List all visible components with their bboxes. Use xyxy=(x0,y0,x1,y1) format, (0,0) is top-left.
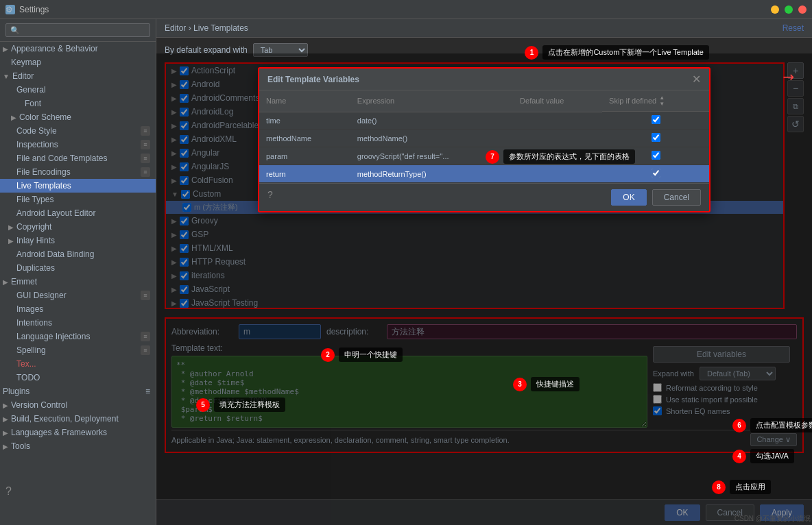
sidebar-item-intentions[interactable]: Intentions xyxy=(0,316,156,330)
modal-close-button[interactable]: ✕ xyxy=(692,73,701,86)
modal-body: Name Expression Default value Skip if de… xyxy=(259,90,709,183)
sidebar-item-label: Tex... xyxy=(16,359,150,369)
annotation-circle: 7 xyxy=(486,150,499,164)
app-icon: ⚙ xyxy=(5,5,15,14)
table-header-row: Name Expression Default value Skip if de… xyxy=(259,90,709,112)
annotation-circle: 1 xyxy=(525,46,538,60)
breadcrumb-parent: Editor xyxy=(165,23,186,33)
sidebar-item-android-data-binding[interactable]: Android Data Binding xyxy=(0,247,156,261)
sidebar-item-file-types[interactable]: File Types xyxy=(0,193,156,206)
sidebar-item-language-injections[interactable]: Language Injections ≡ xyxy=(0,330,156,343)
modal-cancel-button[interactable]: Cancel xyxy=(652,189,701,206)
sidebar-item-label: Plugins xyxy=(3,387,29,396)
sidebar-item-label: Build, Execution, Deployment xyxy=(11,414,119,424)
var-expression: methodName() xyxy=(350,130,513,147)
sidebar-item-keymap[interactable]: Keymap xyxy=(0,56,156,69)
sidebar-item-label: Android Data Binding xyxy=(16,249,150,259)
expand-arrow-icon: ▶ xyxy=(3,45,8,53)
window-controls xyxy=(771,5,807,14)
annotation-2: 2 申明一个快捷键 xyxy=(321,347,403,362)
col-skip: Skip if defined ▲ ▼ xyxy=(602,90,709,112)
table-row: param groovyScript("def result=''... xyxy=(259,147,709,165)
sidebar-item-inlay-hints[interactable]: ▶ Inlay Hints xyxy=(0,234,156,247)
sidebar-item-file-encodings[interactable]: File Encodings ≡ xyxy=(0,165,156,179)
sort-down-icon[interactable]: ▼ xyxy=(659,101,665,107)
expand-arrow-icon: ▶ xyxy=(11,114,16,121)
help-button[interactable]: ? xyxy=(267,189,273,206)
var-expression: methodReturnType() xyxy=(350,165,513,183)
modal-title: Edit Template Variables xyxy=(267,75,359,84)
badge-icon: ≡ xyxy=(141,291,150,300)
edit-template-variables-dialog: Edit Template Variables ✕ Name Expressio… xyxy=(258,67,710,212)
expand-arrow-icon: ▶ xyxy=(3,402,8,409)
sidebar-item-build[interactable]: ▶ Build, Execution, Deployment xyxy=(0,412,156,426)
skip-checkbox[interactable] xyxy=(652,169,660,178)
sidebar-item-android-layout[interactable]: Android Layout Editor xyxy=(0,206,156,220)
var-skip xyxy=(602,165,709,183)
skip-checkbox[interactable] xyxy=(652,151,660,160)
sidebar-item-copyright[interactable]: ▶ Copyright xyxy=(0,220,156,234)
sidebar-item-editor[interactable]: ▼ Editor xyxy=(0,69,156,83)
sidebar-item-textxbu[interactable]: Tex... xyxy=(0,357,156,371)
sidebar-item-emmet[interactable]: ▶ Emmet xyxy=(0,275,156,289)
sidebar-item-tools[interactable]: ▶ Tools xyxy=(0,439,156,453)
skip-checkbox[interactable] xyxy=(652,115,660,124)
sidebar-item-plugins[interactable]: Plugins ≡ xyxy=(0,384,156,398)
search-bar xyxy=(0,19,156,42)
content-header: Editor › Live Templates Reset xyxy=(156,19,812,38)
badge-icon: ≡ xyxy=(141,126,150,136)
skip-checkbox[interactable] xyxy=(652,133,660,142)
help-icon[interactable]: ? xyxy=(5,485,12,498)
sidebar-item-version-control[interactable]: ▶ Version Control xyxy=(0,398,156,412)
modal-ok-button[interactable]: OK xyxy=(611,189,646,206)
search-input[interactable] xyxy=(5,23,150,37)
badge-icon: ≡ xyxy=(141,140,150,149)
sidebar-item-label: Spelling xyxy=(16,345,141,355)
sort-up-icon[interactable]: ▲ xyxy=(659,95,665,101)
sidebar-item-label: Emmet xyxy=(11,277,37,286)
sidebar-item-font[interactable]: Font xyxy=(0,97,156,110)
sidebar-item-label: Android Layout Editor xyxy=(16,208,150,218)
close-button[interactable] xyxy=(798,5,807,14)
sidebar-item-label: Language Injections xyxy=(16,332,141,341)
sidebar-item-color-scheme[interactable]: ▶ Color Scheme xyxy=(0,110,156,124)
annotation-text: 点击在新增的Custom下新增一个Live Template xyxy=(542,45,709,60)
sidebar-item-appearance[interactable]: ▶ Appearance & Behavior xyxy=(0,42,156,56)
sidebar-item-label: GUI Designer xyxy=(16,291,141,300)
sidebar-item-code-style[interactable]: Code Style ≡ xyxy=(0,124,156,138)
sidebar-item-label: File and Code Templates xyxy=(16,154,141,163)
reset-button[interactable]: Reset xyxy=(783,23,804,33)
badge-icon: ≡ xyxy=(141,332,150,341)
var-name: methodName xyxy=(259,130,350,147)
sidebar-item-images[interactable]: Images xyxy=(0,302,156,316)
annotation-text: 勾选JAVA xyxy=(750,449,794,463)
annotation-5: 5 填充方法注释模板 xyxy=(196,398,285,412)
sidebar-item-label: Code Style xyxy=(16,126,141,136)
annotation-circle: 8 xyxy=(712,480,726,494)
sidebar-item-label: General xyxy=(16,85,150,95)
sidebar-item-duplicates[interactable]: Duplicates xyxy=(0,261,156,275)
sidebar-item-languages[interactable]: ▶ Languages & Frameworks xyxy=(0,426,156,439)
breadcrumb: Editor › Live Templates xyxy=(165,23,248,33)
badge-icon: ≡ xyxy=(141,167,150,177)
sidebar-item-file-code-templates[interactable]: File and Code Templates ≡ xyxy=(0,151,156,165)
sidebar-item-general[interactable]: General xyxy=(0,83,156,97)
window-title: Settings xyxy=(19,5,49,14)
minimize-button[interactable] xyxy=(771,5,779,14)
expand-arrow-icon: ▶ xyxy=(8,237,14,245)
sidebar-item-inspections[interactable]: Inspections ≡ xyxy=(0,138,156,151)
annotation-circle: 6 xyxy=(732,419,746,432)
col-name: Name xyxy=(259,90,350,112)
table-row-selected[interactable]: return methodReturnType() xyxy=(259,165,709,183)
sidebar-item-todo[interactable]: TODO xyxy=(0,371,156,384)
annotation-4: 4 勾选JAVA xyxy=(732,449,794,463)
sidebar-item-live-templates[interactable]: Live Templates xyxy=(0,179,156,193)
sidebar-item-spelling[interactable]: Spelling ≡ xyxy=(0,343,156,357)
modal-footer: ? OK Cancel xyxy=(259,183,709,211)
sidebar-item-label: Duplicates xyxy=(16,263,150,273)
col-expression: Expression xyxy=(350,90,513,112)
sidebar-item-gui-designer[interactable]: GUI Designer ≡ xyxy=(0,289,156,302)
breadcrumb-separator: › xyxy=(189,23,191,33)
maximize-button[interactable] xyxy=(785,5,793,14)
content-area: Editor › Live Templates Reset By default… xyxy=(156,19,812,525)
